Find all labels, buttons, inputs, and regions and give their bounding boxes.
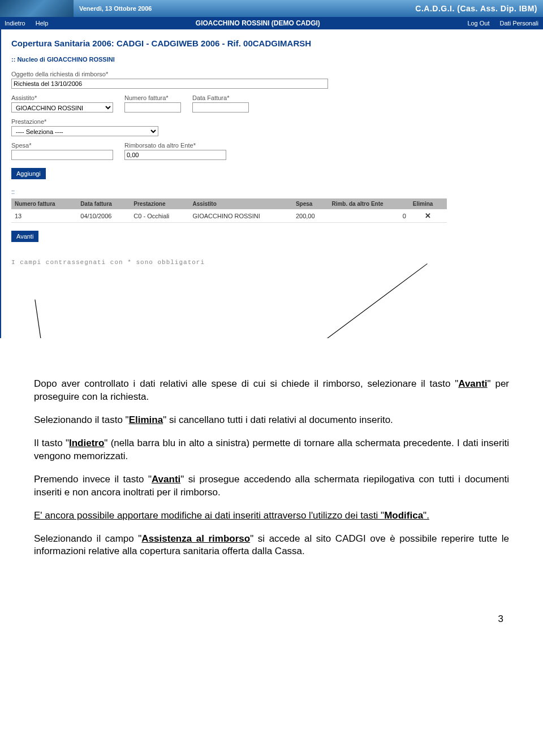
numfatt-label: Numero fattura* (124, 94, 181, 101)
cell-rimb: 0 (328, 209, 409, 223)
svg-line-0 (35, 300, 52, 338)
numfatt-input[interactable] (124, 102, 181, 113)
table-header-row: Numero fattura Data fattura Prestazione … (11, 198, 447, 209)
banner: Venerdì, 13 Ottobre 2006 C.A.D.G.I. (Cas… (0, 0, 543, 17)
nav-help[interactable]: Help (36, 20, 49, 27)
rimb-label: Rimborsato da altro Ente* (124, 142, 226, 149)
nav-logout[interactable]: Log Out (467, 20, 489, 27)
section-marker: :: (11, 188, 533, 195)
th-ass: Assistito (189, 198, 292, 209)
delete-icon[interactable]: ✕ (410, 209, 447, 223)
para-3: Il tasto "Indietro" (nella barra blu in … (34, 437, 509, 463)
th-prest: Prestazione (130, 198, 189, 209)
oggetto-input[interactable] (11, 79, 328, 89)
para-2: Selezionando il tasto "Elimina" si cance… (34, 414, 509, 427)
rimb-input[interactable] (124, 150, 226, 160)
th-elimina: Elimina (410, 198, 447, 209)
required-footnote: I campi contrassegnati con * sono obblig… (11, 259, 533, 266)
navbar: Indietro Help GIOACCHINO ROSSINI (DEMO C… (0, 17, 543, 29)
para-5: E' ancora possibile apportare modifiche … (34, 509, 509, 522)
cell-num: 13 (11, 209, 77, 223)
aggiungi-button[interactable]: Aggiungi (11, 168, 46, 179)
banner-date: Venerdì, 13 Ottobre 2006 (79, 5, 152, 12)
cell-ass: GIOACCHINO ROSSINI (189, 209, 292, 223)
nav-personal[interactable]: Dati Personali (500, 20, 538, 27)
page-body: Copertura Sanitaria 2006: CADGI - CADGIW… (0, 29, 543, 338)
assistito-select[interactable]: GIOACCHINO ROSSINI (11, 102, 113, 113)
table-row: 13 04/10/2006 C0 - Occhiali GIOACCHINO R… (11, 209, 447, 223)
cell-spesa: 200,00 (292, 209, 328, 223)
nucleo-label: Nucleo di GIOACCHINO ROSSINI (11, 56, 533, 63)
datafatt-input[interactable] (192, 102, 249, 113)
assistito-label: Assistito* (11, 94, 113, 101)
cell-prest: C0 - Occhiali (130, 209, 189, 223)
cell-data: 04/10/2006 (77, 209, 130, 223)
page-number: 3 (0, 591, 543, 636)
app-screenshot: Venerdì, 13 Ottobre 2006 C.A.D.G.I. (Cas… (0, 0, 543, 338)
th-spesa: Spesa (292, 198, 328, 209)
para-1: Dopo aver controllato i dati relativi al… (34, 378, 509, 404)
para-6: Selezionando il campo "Assistenza al rim… (34, 533, 509, 559)
nav-user: GIOACCHINO ROSSINI (DEMO CADGI) (196, 19, 320, 27)
para-4: Premendo invece il tasto "Avanti" si pro… (34, 473, 509, 499)
instruction-text: Dopo aver controllato i dati relativi al… (0, 349, 543, 591)
th-rimb: Rimb. da altro Ente (328, 198, 409, 209)
th-numfatt: Numero fattura (11, 198, 77, 209)
avanti-button[interactable]: Avanti (11, 231, 38, 242)
page-title: Copertura Sanitaria 2006: CADGI - CADGIW… (11, 38, 533, 48)
expenses-table: Numero fattura Data fattura Prestazione … (11, 198, 447, 223)
datafatt-label: Data Fattura* (192, 94, 249, 101)
spesa-input[interactable] (11, 150, 113, 160)
nav-back[interactable]: Indietro (5, 20, 25, 27)
banner-title: C.A.D.G.I. (Cas. Ass. Dip. IBM) (415, 4, 537, 13)
prestazione-label: Prestazione* (11, 118, 533, 125)
prestazione-select[interactable]: ---- Seleziona ---- (11, 126, 158, 136)
oggetto-label: Oggetto della richiesta di rimborso* (11, 71, 533, 77)
th-datafatt: Data fattura (77, 198, 130, 209)
svg-line-1 (224, 263, 427, 338)
spesa-label: Spesa* (11, 142, 113, 149)
